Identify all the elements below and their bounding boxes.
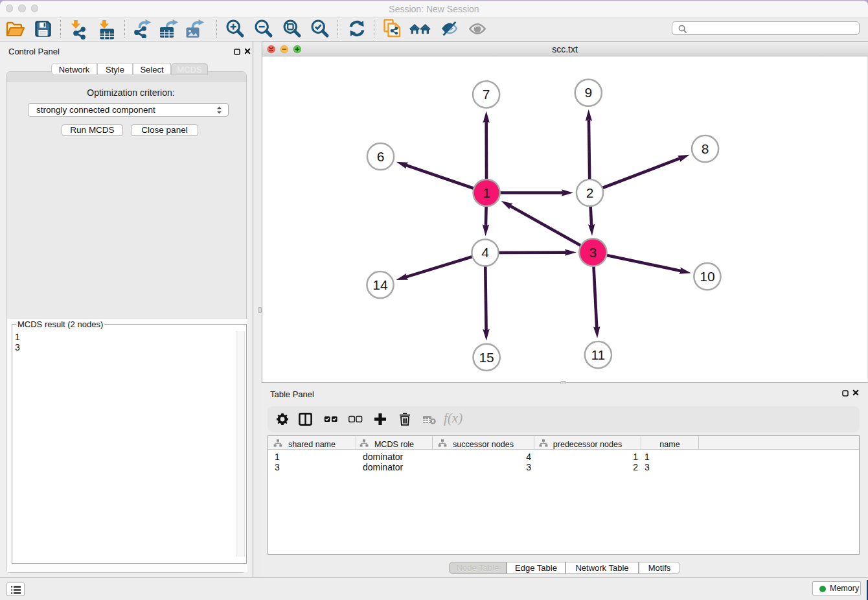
svg-text:4: 4 (481, 245, 489, 260)
svg-text:10: 10 (700, 269, 714, 284)
svg-text:8: 8 (702, 141, 709, 156)
svg-text:3: 3 (589, 245, 597, 260)
svg-text:15: 15 (479, 350, 494, 365)
svg-text:14: 14 (372, 277, 388, 292)
svg-text:1: 1 (483, 185, 490, 200)
svg-text:2: 2 (586, 185, 594, 200)
svg-text:7: 7 (483, 87, 490, 102)
svg-text:6: 6 (377, 149, 385, 164)
svg-text:11: 11 (591, 347, 605, 362)
svg-text:9: 9 (584, 85, 592, 100)
